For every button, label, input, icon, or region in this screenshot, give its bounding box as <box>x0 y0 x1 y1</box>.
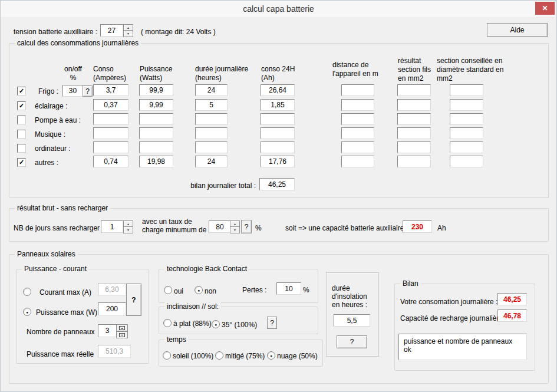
pompe-duree-input[interactable] <box>195 113 228 125</box>
pertes-input[interactable] <box>276 282 301 295</box>
frigo-conso24-input[interactable] <box>261 84 295 96</box>
taux-help-button[interactable]: ? <box>241 220 252 233</box>
frigo-distance-input[interactable] <box>341 84 374 96</box>
ordinateur-puissance-input[interactable] <box>139 141 173 153</box>
pompe-conso-input[interactable] <box>93 113 128 125</box>
nb-jours-input[interactable] <box>101 220 123 233</box>
puissance-courant-help-button[interactable]: ? <box>126 284 141 316</box>
col-duree: durée journalière (heures) <box>195 65 248 83</box>
inclinaison-help-button[interactable]: ? <box>267 317 277 329</box>
panneaux-group-title: Panneaux solaires <box>15 250 78 258</box>
tension-spinner[interactable]: ▲ ▼ <box>123 24 133 37</box>
autres-section-std-input[interactable] <box>450 156 483 167</box>
musique-conso-input[interactable] <box>93 127 128 139</box>
puissance-max-input[interactable] <box>98 302 126 315</box>
puissance-courant-title: Puissance - courant <box>22 265 89 273</box>
autres-puissance-input[interactable] <box>139 156 173 167</box>
ordinateur-checkbox[interactable] <box>17 144 26 153</box>
frigo-help-button[interactable]: ? <box>83 85 93 97</box>
frigo-checkbox[interactable]: ✓ <box>17 87 26 95</box>
title-bar[interactable]: calcul capa batterie ✕ <box>1 1 556 18</box>
frigo-onoff-input[interactable] <box>62 85 83 97</box>
taux-percent: % <box>255 224 262 232</box>
nb-panneaux-input[interactable] <box>98 324 117 337</box>
musique-duree-input[interactable] <box>195 127 228 139</box>
eclairage-distance-input[interactable] <box>341 99 374 111</box>
pompe-section-std-input[interactable] <box>450 113 483 125</box>
bilan-conso-value <box>497 293 527 305</box>
ordinateur-section-input[interactable] <box>397 141 431 153</box>
eclairage-puissance-input[interactable] <box>139 99 173 111</box>
taux-input[interactable] <box>209 220 231 233</box>
autres-distance-input[interactable] <box>341 156 374 167</box>
nuage-radio[interactable]: ● <box>267 351 275 360</box>
ordinateur-conso-input[interactable] <box>93 141 128 153</box>
pertes-percent: % <box>303 286 309 294</box>
non-radio[interactable]: ● <box>195 286 203 294</box>
musique-section-std-input[interactable] <box>450 127 483 139</box>
spin-down-icon[interactable]: ▼ <box>123 31 133 37</box>
puissance-max-label: Puissance max (W) <box>36 308 97 317</box>
nb-panneaux-up-button[interactable]: ▲ <box>116 324 128 331</box>
insolation-input[interactable] <box>334 314 370 327</box>
eclairage-duree-input[interactable] <box>195 99 228 111</box>
eclairage-checkbox[interactable]: ✓ <box>17 101 26 110</box>
spin-up-icon: ▲ <box>119 326 125 330</box>
spin-up-icon[interactable]: ▲ <box>230 220 240 227</box>
bilan-message-box: puissance et nombre de panneaux ok <box>398 334 527 360</box>
conso-group-title: calcul des consommations journalières <box>15 39 141 47</box>
nb-panneaux-down-button[interactable]: ▼ <box>116 331 128 338</box>
ordinateur-section-std-input[interactable] <box>450 141 483 153</box>
oui-radio[interactable] <box>164 286 172 294</box>
spin-up-icon[interactable]: ▲ <box>123 24 133 31</box>
tension-input[interactable] <box>100 24 123 37</box>
close-button[interactable]: ✕ <box>535 2 555 15</box>
spin-down-icon[interactable]: ▼ <box>123 227 133 233</box>
frigo-conso-input[interactable] <box>93 84 128 96</box>
soleil-radio[interactable] <box>163 351 171 360</box>
eclairage-section-input[interactable] <box>397 99 431 111</box>
total-input[interactable] <box>259 178 295 190</box>
ordinateur-duree-input[interactable] <box>195 141 228 153</box>
pompe-puissance-input[interactable] <box>139 113 173 125</box>
mitige-radio[interactable] <box>215 351 223 360</box>
eclairage-section-std-input[interactable] <box>450 99 483 111</box>
musique-conso24-input[interactable] <box>261 127 295 139</box>
autres-conso-input[interactable] <box>93 156 128 167</box>
eclairage-conso-input[interactable] <box>93 99 128 111</box>
a-plat-radio[interactable] <box>163 319 172 327</box>
musique-checkbox[interactable] <box>17 130 26 139</box>
ordinateur-conso24-input[interactable] <box>261 141 295 153</box>
musique-puissance-input[interactable] <box>139 127 173 139</box>
deg35-radio[interactable]: ● <box>212 320 220 328</box>
courant-max-radio[interactable] <box>23 288 31 296</box>
puissance-max-radio[interactable]: ● <box>23 308 31 316</box>
pompe-checkbox[interactable] <box>17 116 26 124</box>
autres-section-input[interactable] <box>397 156 431 167</box>
musique-distance-input[interactable] <box>341 127 374 139</box>
frigo-duree-input[interactable] <box>195 84 228 96</box>
musique-section-input[interactable] <box>397 127 431 139</box>
ordinateur-distance-input[interactable] <box>341 141 374 153</box>
aide-button[interactable]: Aide <box>487 23 548 37</box>
insolation-help-button[interactable]: ? <box>337 335 367 348</box>
capacite-batterie-input[interactable] <box>403 220 432 233</box>
frigo-section-input[interactable] <box>397 84 431 96</box>
spin-up-icon[interactable]: ▲ <box>123 220 133 227</box>
autres-conso24-input[interactable] <box>261 156 295 167</box>
pompe-section-input[interactable] <box>397 113 431 125</box>
oui-label: oui <box>174 287 183 295</box>
montage-note: ( montage dit: 24 Volts ) <box>141 28 216 36</box>
frigo-section-std-input[interactable] <box>450 84 483 96</box>
autres-duree-input[interactable] <box>195 156 228 167</box>
nb-jours-spinner[interactable]: ▲ ▼ <box>123 220 133 233</box>
mitige-label: mitigé (75%) <box>225 352 265 360</box>
autres-checkbox[interactable]: ✓ <box>17 158 26 167</box>
pompe-distance-input[interactable] <box>341 113 374 125</box>
pompe-conso24-input[interactable] <box>261 113 295 125</box>
frigo-puissance-input[interactable] <box>139 84 173 96</box>
taux-spinner[interactable]: ▲ ▼ <box>230 220 240 233</box>
eclairage-label: éclairage : <box>35 102 67 110</box>
eclairage-conso24-input[interactable] <box>261 99 295 111</box>
spin-down-icon[interactable]: ▼ <box>230 227 240 233</box>
